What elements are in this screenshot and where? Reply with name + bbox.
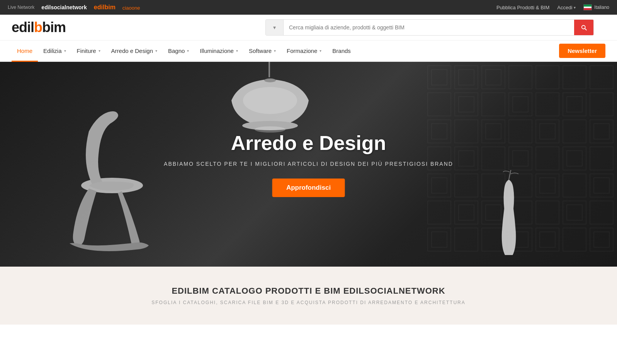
nav-caret-finiture: ▾ xyxy=(99,49,100,53)
top-bar-right: Pubblica Prodotti & BIM Accedi ▾ Italian… xyxy=(496,4,609,10)
nav-caret-illuminazione: ▾ xyxy=(236,49,238,53)
search-button[interactable] xyxy=(574,20,593,35)
svg-rect-50 xyxy=(594,178,609,193)
nav-item-software[interactable]: Software ▾ xyxy=(243,41,281,61)
logo[interactable]: edilbbim xyxy=(12,19,66,36)
ciaone-o-icon: o xyxy=(132,5,134,11)
nav-item-finiture[interactable]: Finiture ▾ xyxy=(71,41,106,61)
search-input[interactable] xyxy=(284,20,574,35)
svg-rect-17 xyxy=(563,93,586,116)
svg-rect-47 xyxy=(540,178,555,193)
nav-label-brands: Brands xyxy=(332,48,351,54)
italiano-label: Italiano xyxy=(594,5,609,10)
svg-rect-1 xyxy=(432,70,447,85)
accedi-button[interactable]: Accedi ▾ xyxy=(557,5,576,10)
hero-content: Arredo e Design ABBIAMO SCELTO PER TE I … xyxy=(164,131,453,197)
nav-caret-arredo: ▾ xyxy=(155,49,157,53)
svg-rect-5 xyxy=(486,70,501,85)
svg-rect-15 xyxy=(513,97,528,112)
ciaone-link[interactable]: ciaoone xyxy=(122,4,140,11)
svg-rect-0 xyxy=(428,66,451,89)
search-category-dropdown[interactable]: ▾ xyxy=(266,20,284,35)
nav-item-edilizia[interactable]: Edilizia ▾ xyxy=(38,41,71,61)
nav-caret-formazione: ▾ xyxy=(320,49,321,53)
nav-label-finiture: Finiture xyxy=(77,48,96,54)
svg-rect-19 xyxy=(590,93,613,116)
hero-cta-button[interactable]: Approfondisci xyxy=(272,179,345,197)
nav-caret-edilizia: ▾ xyxy=(64,49,66,53)
nav-item-bagno[interactable]: Bagno ▾ xyxy=(163,41,194,61)
edilsocialnetwork-link[interactable]: edilsocialnetwork xyxy=(41,4,87,10)
pubblica-link[interactable]: Pubblica Prodotti & BIM xyxy=(496,5,549,10)
svg-rect-35 xyxy=(509,147,532,170)
svg-rect-73 xyxy=(269,62,270,77)
svg-rect-46 xyxy=(536,174,559,197)
search-bar: ▾ xyxy=(265,19,594,36)
svg-rect-71 xyxy=(594,232,609,247)
ciaone-text-pre: ciao xyxy=(122,5,132,11)
svg-rect-2 xyxy=(455,66,478,89)
svg-rect-57 xyxy=(536,201,559,224)
newsletter-button[interactable]: Newsletter xyxy=(559,44,605,58)
edilbim-link[interactable]: edilbim xyxy=(94,4,116,11)
svg-rect-37 xyxy=(536,147,559,170)
nav-label-home: Home xyxy=(17,48,32,54)
svg-rect-43 xyxy=(455,174,478,197)
svg-rect-23 xyxy=(482,120,505,143)
svg-rect-62 xyxy=(432,232,447,247)
svg-rect-58 xyxy=(563,201,586,224)
svg-rect-8 xyxy=(563,66,586,89)
svg-rect-24 xyxy=(486,124,501,139)
svg-rect-51 xyxy=(428,201,451,224)
svg-rect-63 xyxy=(455,228,478,251)
nav-item-formazione[interactable]: Formazione ▾ xyxy=(281,41,327,61)
top-bar: Live Network edilsocialnetwork edilbim c… xyxy=(0,0,617,15)
top-bar-left: Live Network edilsocialnetwork edilbim c… xyxy=(8,4,140,11)
svg-rect-7 xyxy=(536,66,559,89)
svg-rect-40 xyxy=(590,147,613,170)
nav-label-formazione: Formazione xyxy=(287,48,317,54)
nav-label-bagno: Bagno xyxy=(168,48,185,54)
svg-rect-25 xyxy=(509,120,532,143)
nav-item-home[interactable]: Home xyxy=(12,41,38,61)
hero-title: Arredo e Design xyxy=(164,131,453,155)
svg-rect-11 xyxy=(455,93,478,116)
svg-rect-48 xyxy=(563,174,586,197)
nav-caret-software: ▾ xyxy=(274,49,276,53)
nav-label-arredo: Arredo e Design xyxy=(111,48,153,54)
hero-subtitle: ABBIAMO SCELTO PER TE I MIGLIORI ARTICOL… xyxy=(164,161,453,167)
svg-rect-60 xyxy=(590,201,613,224)
chevron-down-icon: ▾ xyxy=(273,24,276,31)
logo-dot: b xyxy=(34,19,42,35)
logo-edil: edil xyxy=(12,19,34,35)
header: edilbbim ▾ xyxy=(0,15,617,41)
svg-rect-70 xyxy=(590,228,613,251)
catalog-subtitle: SFOGLIA I CATALOGHI, SCARICA FILE BIM E … xyxy=(12,300,605,305)
svg-rect-6 xyxy=(509,66,532,89)
nav-label-edilizia: Edilizia xyxy=(43,48,62,54)
svg-rect-32 xyxy=(455,147,478,170)
svg-rect-53 xyxy=(459,205,474,220)
nav-item-illuminazione[interactable]: Illuminazione ▾ xyxy=(194,41,243,61)
accedi-label: Accedi xyxy=(557,5,572,10)
svg-rect-68 xyxy=(540,232,555,247)
svg-rect-18 xyxy=(567,97,582,112)
svg-rect-34 xyxy=(482,147,505,170)
svg-rect-13 xyxy=(482,93,505,116)
hero-vase-decoration xyxy=(497,170,520,255)
svg-rect-52 xyxy=(455,201,478,224)
nav-item-brands[interactable]: Brands xyxy=(327,41,356,61)
svg-rect-9 xyxy=(590,66,613,89)
svg-rect-28 xyxy=(563,120,586,143)
nav-label-illuminazione: Illuminazione xyxy=(200,48,234,54)
italian-flag-icon xyxy=(583,4,592,10)
catalog-title: EDILBIM CATALOGO PRODOTTI E BIM EDILSOCI… xyxy=(12,286,605,296)
svg-rect-59 xyxy=(567,205,582,220)
nav-item-arredo[interactable]: Arredo e Design ▾ xyxy=(106,41,163,61)
svg-rect-29 xyxy=(590,120,613,143)
svg-rect-10 xyxy=(428,93,451,116)
language-selector[interactable]: Italiano xyxy=(583,4,609,10)
hero-chair-decoration xyxy=(50,93,174,255)
hero-section: Arredo e Design ABBIAMO SCELTO PER TE I … xyxy=(0,62,617,267)
svg-rect-26 xyxy=(536,120,559,143)
